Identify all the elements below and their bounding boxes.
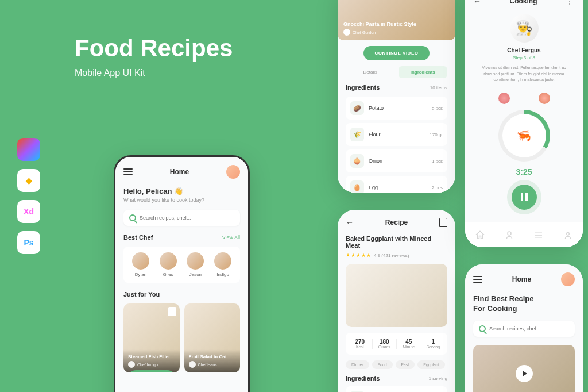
hero-text: Food Recipes Mobile App UI Kit <box>75 34 233 78</box>
section-best-chef: Best Chef <box>123 234 153 241</box>
chef-item[interactable]: Indigo <box>211 252 234 277</box>
search-input[interactable] <box>489 326 569 332</box>
greeting: Hello, Pelican 👋 <box>123 187 240 195</box>
chef-avatar: 👨‍🍳 <box>510 14 539 43</box>
phone-home: Home Hello, Pelican 👋 What would you lik… <box>114 155 250 392</box>
tag-chip[interactable]: Fast <box>396 360 415 369</box>
search-input[interactable] <box>140 215 234 221</box>
tab-bar <box>465 222 583 247</box>
tag-chip[interactable]: Dinner <box>346 360 369 369</box>
recipe-card[interactable]: Steamed Fish FilletChef Indigo WATCH VID… <box>123 303 180 372</box>
user-avatar[interactable] <box>561 272 575 286</box>
tag-chip[interactable]: Eggplant <box>417 360 445 369</box>
tool-icons: ◆ Xd Ps <box>17 138 40 254</box>
tab-details[interactable]: Details <box>346 66 395 78</box>
ingredient-row: 🍆Eggplant3 pcs <box>346 386 447 392</box>
more-icon[interactable]: ⋮ <box>566 0 575 6</box>
ingredient-row: 🥚Egg2 pcs <box>346 176 447 193</box>
pause-button[interactable] <box>512 185 537 210</box>
page-heading: Find Best Recipe For Cooking <box>473 294 575 314</box>
menu-icon[interactable] <box>123 168 133 175</box>
sketch-icon: ◆ <box>17 169 40 192</box>
nutrition-stats: 270Kcal 180Grams 45Minute 1Serving <box>346 333 447 355</box>
tag-chip[interactable]: Food <box>372 360 393 369</box>
figma-icon <box>17 138 40 161</box>
search-bar[interactable] <box>473 321 575 337</box>
search-bar[interactable] <box>123 210 240 226</box>
watch-video-button[interactable]: WATCH VIDEO <box>126 370 177 372</box>
home-tab-icon[interactable] <box>475 230 485 240</box>
bookmark-icon[interactable] <box>439 218 447 227</box>
ps-icon: Ps <box>17 231 40 254</box>
chef-name: Chef Fergus <box>473 47 575 53</box>
hero-title: Food Recipes <box>75 34 233 62</box>
xd-icon: Xd <box>17 200 40 223</box>
view-all-link[interactable]: View All <box>222 235 240 240</box>
chef-tab-icon[interactable] <box>504 230 514 240</box>
step-description: Vivamus ut diam est. Pellentesque hendre… <box>473 65 575 83</box>
phone-find-recipe: Home Find Best Recipe For Cooking Breakf… <box>465 264 583 392</box>
user-avatar[interactable] <box>226 165 240 179</box>
search-icon <box>479 325 486 332</box>
back-icon[interactable]: ← <box>346 218 354 227</box>
bookmark-icon[interactable] <box>168 307 176 316</box>
recipe-hero-image: Gnocchi Pasta in Rustic StyleChef Gurdon <box>338 0 455 40</box>
back-icon[interactable]: ← <box>473 0 481 6</box>
search-icon <box>129 214 136 221</box>
next-ingredient-icon[interactable] <box>539 93 550 104</box>
profile-tab-icon[interactable] <box>563 230 573 240</box>
continue-video-button[interactable]: CONTINUE VIDEO <box>363 46 430 60</box>
star-rating: ★★★★★ 4.9 (421 reviews) <box>346 252 447 258</box>
recipe-card[interactable]: Fruit Salad in OatChef Hans <box>184 303 241 372</box>
timer-value: 3:25 <box>473 167 575 176</box>
tab-ingredients[interactable]: Ingredients <box>399 66 448 78</box>
phone-cooking: ← Cooking ⋮ 👨‍🍳 Chef Fergus Step 3 of 8 … <box>465 0 583 247</box>
svg-point-2 <box>508 232 511 235</box>
recipe-image <box>346 264 447 327</box>
prev-ingredient-icon[interactable] <box>498 93 510 104</box>
chef-item[interactable]: Jason <box>184 252 207 277</box>
play-icon[interactable] <box>516 365 533 382</box>
featured-video[interactable] <box>473 345 575 392</box>
ingredient-row: 🥔Potato5 pcs <box>346 97 447 120</box>
menu-icon[interactable] <box>473 276 482 283</box>
ingredient-row: 🧅Onion1 pcs <box>346 149 447 172</box>
hero-subtitle: Mobile App UI Kit <box>75 68 233 78</box>
chef-item[interactable]: Dylan <box>129 252 152 277</box>
step-indicator: Step 3 of 8 <box>473 55 575 60</box>
list-tab-icon[interactable] <box>533 230 544 240</box>
greeting-sub: What would you like to cook today? <box>123 197 240 203</box>
recipe-title: Baked Eggplant with Minced Meat <box>346 235 447 249</box>
chef-item[interactable]: Giles <box>157 252 180 277</box>
phone-recipe-detail: ← Recipe Baked Eggplant with Minced Meat… <box>338 210 455 392</box>
section-just-for-you: Just for You <box>123 291 160 298</box>
ingredient-row: 🌾Flour170 gr <box>346 123 447 146</box>
svg-point-3 <box>567 232 570 235</box>
page-title: Home <box>170 168 189 176</box>
timer-ring: 🦐 <box>498 110 550 162</box>
phone-ingredients: Gnocchi Pasta in Rustic StyleChef Gurdon… <box>338 0 455 193</box>
